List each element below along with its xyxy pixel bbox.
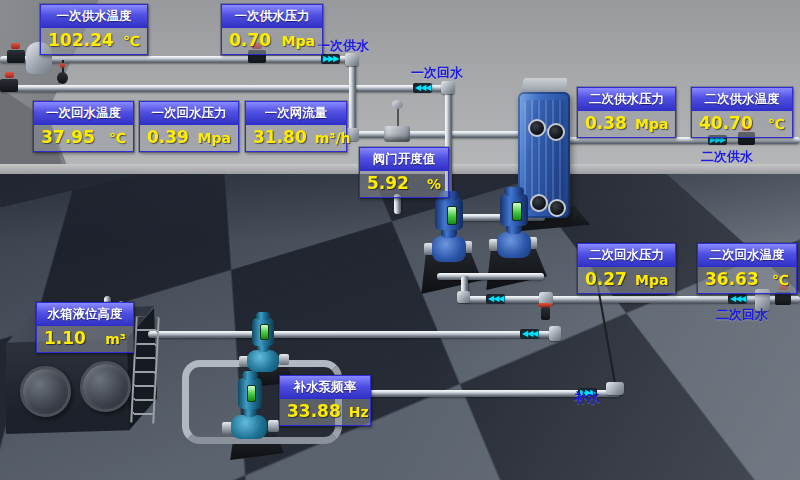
gauge-unit: ℃ <box>764 272 789 288</box>
gauge-title: 水箱液位高度 <box>37 303 133 326</box>
pipe-primary-supply <box>0 56 356 63</box>
gauge-value: 0.70 <box>229 30 271 50</box>
circulation-pump2-run-indicator <box>512 202 522 221</box>
gauge-title: 二次供水温度 <box>692 88 792 111</box>
drain-valve-body <box>541 307 550 320</box>
hx-port-bottom-left <box>530 194 548 212</box>
gauge-secondary-supply-temp: 二次供水温度 40.70℃ <box>691 87 793 138</box>
gauge-tank-level: 水箱液位高度 1.10m³ <box>36 302 134 353</box>
gauge-secondary-supply-pressure: 二次供水压力 0.38Mpa <box>577 87 676 138</box>
gauge-title: 一次供水压力 <box>222 5 322 28</box>
pipe-label-secondary-return: 二次回水 <box>716 306 768 324</box>
elbow-return-top <box>441 81 455 94</box>
gauge-unit: ℃ <box>115 33 140 49</box>
circulation-pump2-volute <box>497 232 531 258</box>
flow-arrow-secondary-return-2: ◀◀◀ <box>728 294 747 304</box>
pipe-secondary-return <box>464 296 800 303</box>
gauge-title: 二次回水压力 <box>578 244 675 267</box>
valve-return-left-handle <box>5 72 14 78</box>
instrument-red-dot <box>60 63 65 68</box>
gauge-primary-return-pressure: 一次回水压力 0.39Mpa <box>139 101 239 152</box>
makeup-pump1-flange-right <box>279 354 289 365</box>
gauge-title: 二次回水温度 <box>698 244 796 267</box>
gauge-secondary-return-temp: 二次回水温度 36.63℃ <box>697 243 797 294</box>
gauge-primary-supply-pressure: 一次供水压力 0.70Mpa <box>221 4 323 55</box>
gauge-unit: ℃ <box>101 130 126 146</box>
gauge-primary-supply-temp: 一次供水温度 102.24℃ <box>40 4 148 55</box>
gauge-primary-flow: 一次网流量 31.80m³/h <box>245 101 347 152</box>
pressure-instrument <box>57 72 68 84</box>
gauge-unit: ℃ <box>760 116 785 132</box>
circulation-pump1-volute <box>432 236 466 262</box>
pipe-primary-return <box>0 85 452 92</box>
gauge-title: 一次网流量 <box>246 102 346 125</box>
gauge-makeup-pump-frequency: 补水泵频率 33.88Hz <box>279 375 371 426</box>
makeup-pump2-flange-right <box>268 420 279 432</box>
tank-manhole-left <box>20 366 71 417</box>
cap-tank-outlet <box>549 326 561 341</box>
gauge-title: 阀门开度值 <box>360 148 448 171</box>
gauge-unit: m³ <box>97 331 126 347</box>
pipe-label-secondary-supply: 二次供水 <box>701 148 753 166</box>
makeup-pump2-cap <box>242 371 258 380</box>
circulation-pump1-run-indicator <box>447 206 457 225</box>
gauge-value: 36.63 <box>705 269 759 289</box>
gauge-unit: Mpa <box>627 116 668 132</box>
hmi-heat-station-screen: ▶▶▶ ◀◀◀ ▶▶▶ ◀◀◀ ◀◀◀ ◀◀◀ ▶▶▶ <box>0 0 800 480</box>
gauge-valve-opening: 阀门开度值 5.92% <box>359 147 449 198</box>
gauge-value: 5.92 <box>367 173 409 193</box>
control-valve-body <box>384 126 410 142</box>
pipe-label-primary-return: 一次回水 <box>411 64 463 82</box>
gauge-unit: Mpa <box>190 130 231 146</box>
pipe-label-primary-supply: 一次供水 <box>317 37 369 55</box>
flow-arrow-primary-supply: ▶▶▶ <box>321 54 340 64</box>
gauge-unit: % <box>419 176 441 192</box>
gauge-title: 补水泵频率 <box>280 376 370 399</box>
gauge-value: 0.39 <box>147 127 189 147</box>
gauge-value: 37.95 <box>41 127 95 147</box>
gauge-value: 40.70 <box>699 113 753 133</box>
hx-port-bottom-right <box>548 199 566 217</box>
gauge-title: 一次回水温度 <box>34 102 133 125</box>
gauge-value: 1.10 <box>44 328 86 348</box>
gauge-value: 33.88 <box>287 401 341 421</box>
tank-manhole-right <box>80 361 131 412</box>
gauge-primary-return-temp: 一次回水温度 37.95℃ <box>33 101 134 152</box>
gauge-unit: Mpa <box>627 272 668 288</box>
makeup-pump2-run-indicator <box>247 385 256 402</box>
control-valve-actuator <box>392 100 403 109</box>
gauge-secondary-return-pressure: 二次回水压力 0.27Mpa <box>577 243 676 294</box>
valve-return-left <box>0 79 18 92</box>
pipe-secondary-supply <box>560 137 800 144</box>
gauge-title: 二次供水压力 <box>578 88 675 111</box>
flow-arrow-secondary-return: ◀◀◀ <box>486 294 505 304</box>
gauge-value: 0.38 <box>585 113 627 133</box>
makeup-pump2-volute <box>231 415 267 439</box>
flow-arrow-tank-outlet: ◀◀◀ <box>520 329 539 339</box>
gauge-title: 一次回水压力 <box>140 102 238 125</box>
makeup-pump1-cap <box>256 312 270 320</box>
pipe-valve-run <box>350 131 535 138</box>
gauge-title: 一次供水温度 <box>41 5 147 28</box>
gauge-value: 102.24 <box>48 30 114 50</box>
makeup-pump1-volute <box>247 350 279 372</box>
heat-exchanger-plates <box>524 100 564 210</box>
elbow-makeup-riser <box>606 382 624 395</box>
gauge-unit: Hz <box>341 404 369 420</box>
valve-supply-left-handle <box>11 43 20 49</box>
elbow-to-return <box>457 291 470 303</box>
control-valve-stem <box>397 108 399 128</box>
gauge-unit: m³/h <box>307 130 351 146</box>
pipe-label-makeup-water: 补水 <box>574 389 600 407</box>
pipe-primary-supply-drop <box>349 58 356 136</box>
hx-port-top-right <box>547 123 565 141</box>
circulation-pump2-cap <box>504 187 524 196</box>
gauge-unit: Mpa <box>274 33 315 49</box>
makeup-pump1-run-indicator <box>260 324 269 340</box>
pipe-tank-outlet <box>148 331 558 338</box>
pipe-pump-discharge-manifold <box>437 273 544 280</box>
gauge-value: 0.27 <box>585 269 627 289</box>
gauge-value: 31.80 <box>253 127 307 147</box>
hx-port-top-left <box>528 119 546 137</box>
flow-arrow-primary-return: ◀◀◀ <box>413 83 432 93</box>
